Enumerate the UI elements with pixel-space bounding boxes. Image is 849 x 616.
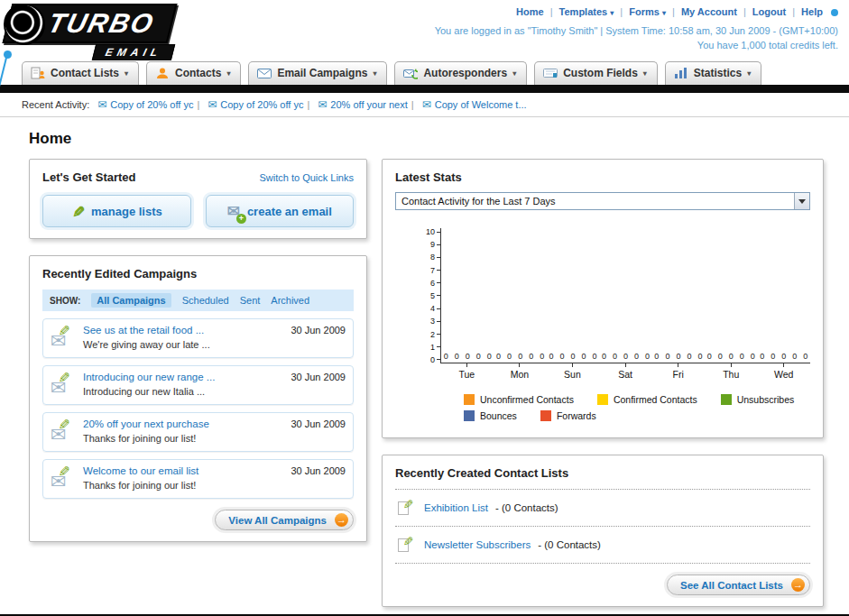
legend-item: Unsubscribes [721, 394, 795, 405]
x-tick-mark [625, 363, 626, 367]
caret-down-icon: ▾ [226, 69, 230, 78]
manage-lists-button[interactable]: ✎ manage lists [42, 195, 191, 227]
recent-activity-link[interactable]: Copy of Welcome t... [435, 99, 527, 110]
bar-value-label: 0 [676, 352, 680, 361]
x-axis-label: Wed [757, 369, 810, 380]
nav-tab-label: Contact Lists [51, 67, 119, 79]
arrow-right-icon: → [791, 578, 805, 592]
see-all-contact-lists-button[interactable]: See All Contact Lists → [667, 575, 810, 595]
campaign-row: ✉✎ Welcome to our email list Thanks for … [42, 459, 354, 499]
filter-tab-all-campaigns[interactable]: All Campaigns [91, 293, 171, 308]
recent-activity-link[interactable]: Copy of 20% off yc [110, 99, 193, 110]
right-column: Latest Stats Contact Activity for the La… [382, 159, 824, 616]
nav-tab-label: Statistics [694, 67, 742, 79]
chart-day-group: 00000 [494, 352, 546, 363]
recent-activity-link[interactable]: Copy of 20% off yc [220, 99, 303, 110]
legend-label: Bounces [480, 410, 517, 421]
header-link-my-account[interactable]: My Account [681, 6, 737, 17]
button-label: manage lists [91, 205, 162, 218]
campaign-subtitle: Thanks for joining our list! [83, 433, 196, 444]
campaign-subtitle: Thanks for joining our list! [83, 480, 196, 491]
contact-list-link[interactable]: Newsletter Subscribers [424, 539, 531, 550]
link-label: Forms [629, 6, 660, 17]
bar-value-label: 0 [751, 352, 755, 361]
legend-item: Confirmed Contacts [597, 394, 697, 405]
filter-tab-scheduled[interactable]: Scheduled [182, 295, 229, 306]
y-axis-tick: 7 [420, 267, 440, 274]
bar-value-label: 0 [771, 352, 775, 361]
chart-legend: Unconfirmed ContactsConfirmed ContactsUn… [464, 394, 810, 421]
bar-value-label: 0 [540, 352, 544, 361]
legend-color-swatch [597, 394, 608, 405]
envelope-icon: ✉ [318, 98, 327, 111]
x-tick-mark [678, 363, 678, 367]
bar-value-label: 0 [718, 352, 723, 361]
x-axis-cell: Mon [494, 363, 547, 380]
nav-tab-label: Contacts [175, 67, 221, 79]
y-axis-tick: 2 [420, 331, 440, 338]
recent-activity-bar: Recent Activity: ✉ Copy of 20% off yc | … [0, 93, 849, 117]
nav-tab-contact-lists[interactable]: Contact Lists ▾ [22, 61, 139, 85]
legend-label: Unsubscribes [737, 394, 795, 405]
caret-down-icon: ▾ [373, 69, 376, 78]
bar-value-label: 0 [697, 352, 702, 361]
bar-value-label: 0 [507, 352, 512, 361]
nav-tab-label: Email Campaigns [277, 67, 367, 79]
contact-list-link[interactable]: Exhibition List [424, 502, 488, 513]
header-link-templates[interactable]: Templates ▾ [559, 6, 614, 17]
campaign-title-link[interactable]: 20% off your next purchase [83, 418, 283, 429]
header-link-help[interactable]: Help [801, 6, 823, 17]
header-link-logout[interactable]: Logout [752, 6, 786, 17]
caret-down-icon: ▾ [747, 69, 751, 78]
nav-tab-statistics[interactable]: Statistics ▾ [665, 61, 761, 85]
y-tick-label: 4 [430, 304, 435, 313]
envelope-pencil-icon: ✉✎ [49, 372, 76, 399]
campaign-title-link[interactable]: See us at the retail food ... [83, 325, 283, 336]
switch-to-quick-links[interactable]: Switch to Quick Links [259, 172, 354, 183]
speedometer-icon [4, 4, 45, 45]
envelope-pencil-icon: ✉✎ [49, 465, 76, 492]
legend-label: Unconfirmed Contacts [480, 394, 574, 405]
bar-value-label: 0 [760, 352, 764, 361]
autoresponders-icon [403, 67, 418, 79]
y-tick-label: 10 [426, 227, 435, 236]
chart-day-group: 00000 [441, 352, 494, 363]
list-pencil-icon: ✎ [397, 535, 417, 555]
caret-down-icon: ▾ [512, 69, 516, 78]
y-axis-tick: 6 [420, 280, 440, 287]
bar-value-label: 0 [571, 352, 576, 361]
create-email-button[interactable]: ✉ + create an email [206, 195, 355, 227]
campaigns-panel-title: Recently Edited Campaigns [42, 267, 354, 280]
contact-lists-list: ✎ Exhibition List - (0 Contacts) ✎ Newsl… [395, 489, 810, 564]
top-links: Home | Templates ▾ | Forms ▾ | My Accoun… [435, 5, 838, 20]
x-axis-label: Sat [599, 369, 652, 380]
nav-tab-email-campaigns[interactable]: Email Campaigns ▾ [248, 61, 387, 85]
envelope-icon: ✉ [208, 98, 217, 111]
chart-day-group: 00000 [599, 352, 651, 363]
nav-tab-custom-fields[interactable]: Custom Fields ▾ [534, 61, 658, 85]
stats-period-select[interactable]: Contact Activity for the Last 7 Days [395, 192, 810, 210]
bar-value-label: 0 [487, 352, 492, 361]
dropdown-arrow-icon [794, 193, 809, 209]
recent-activity-item: ✉ Copy of 20% off yc | [97, 98, 199, 111]
filter-tab-sent[interactable]: Sent [240, 295, 261, 306]
recent-activity-link[interactable]: 20% off your next [330, 99, 407, 110]
nav-tab-autoresponders[interactable]: Autoresponders ▾ [394, 61, 527, 85]
recent-activity-item: ✉ Copy of Welcome t... [422, 98, 527, 111]
header-right: Home | Templates ▾ | Forms ▾ | My Accoun… [435, 5, 838, 52]
header-link-forms[interactable]: Forms ▾ [629, 6, 666, 17]
campaigns-filter-bar: SHOW: All Campaigns Scheduled Sent Archi… [42, 290, 354, 311]
view-all-campaigns-button[interactable]: View All Campaigns → [215, 510, 354, 530]
caret-down-icon: ▾ [125, 69, 128, 78]
filter-tab-archived[interactable]: Archived [271, 295, 309, 306]
campaign-title-link[interactable]: Welcome to our email list [83, 465, 283, 476]
legend-color-swatch [540, 410, 551, 421]
header-link-home[interactable]: Home [516, 6, 544, 17]
recent-activity-item: ✉ Copy of 20% off yc | [208, 98, 309, 111]
separator: | [620, 6, 623, 17]
envelope-icon: ✉ [422, 98, 431, 111]
y-axis-tick: 8 [420, 253, 440, 261]
nav-tab-contacts[interactable]: Contacts ▾ [146, 61, 241, 85]
email-campaigns-icon [257, 67, 272, 79]
campaign-title-link[interactable]: Introducing our new range ... [83, 372, 283, 382]
